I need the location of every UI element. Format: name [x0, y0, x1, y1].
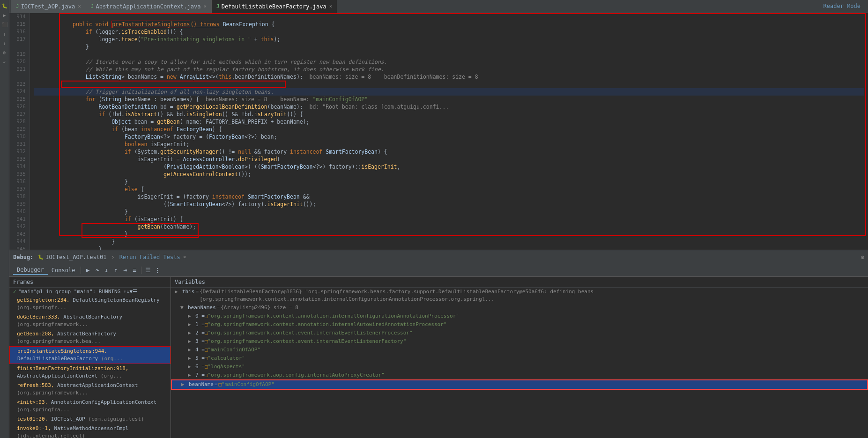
- var-icon-str-2: □: [205, 329, 208, 337]
- separator-1: [81, 267, 81, 274]
- frame-class-7: IOCTest_AOP: [51, 416, 88, 422]
- frame-item-6[interactable]: <init>:93, AnnotationConfigApplicationCo…: [9, 398, 171, 415]
- thread-more[interactable]: ☰: [133, 289, 137, 295]
- tab-defaultlistable[interactable]: J DefaultListableBeanFactory.java ×: [212, 0, 337, 13]
- expand-7[interactable]: ▶: [188, 371, 193, 379]
- close-debug-session[interactable]: ×: [183, 254, 186, 260]
- frame-class-5: AbstractApplicationContext: [57, 382, 138, 388]
- debug-session-name: IOCTest_AOP.test01: [45, 254, 106, 260]
- sidebar-icon-bug[interactable]: 🐛: [1, 2, 8, 9]
- frame-item-2[interactable]: getBean:208, AbstractBeanFactory (org.sp…: [9, 329, 171, 346]
- debug-session-rerun-name: Rerun Failed Tests: [119, 254, 180, 260]
- frame-class-8: NativeMethodAccessorImpl: [54, 425, 128, 431]
- frame-class-0: DefaultSingletonBeanRegistry: [73, 297, 159, 303]
- frame-pkg-6: (org.springfra...: [17, 407, 70, 413]
- sidebar-icon-check[interactable]: ✓: [1, 58, 8, 66]
- debug-session-ioc[interactable]: 🐛 IOCTest_AOP.test01: [38, 254, 106, 260]
- frame-method-0: getSingleton:234,: [17, 297, 73, 303]
- var-idx-3: 3 =: [195, 338, 205, 345]
- thread-move[interactable]: ▼: [129, 289, 133, 295]
- frame-class-4: AbstractApplicationContext: [17, 373, 101, 379]
- sidebar-icon-up[interactable]: ↑: [1, 39, 8, 47]
- code-line-914: public void preInstantiateSingletons() t…: [34, 13, 864, 21]
- var-item-2: ▶ 2 = □ "org.springframework.context.eve…: [171, 329, 868, 337]
- frame-item-7[interactable]: test01:20, IOCTest_AOP (com.atguigu.test…: [9, 415, 171, 424]
- frame-class-3: DefaultListableBeanFactory: [17, 356, 101, 362]
- var-idx-6: 6 =: [195, 363, 205, 371]
- expand-0[interactable]: ▶: [188, 312, 193, 320]
- thread-arrow-down[interactable]: ↓: [126, 289, 130, 295]
- var-item-5: ▶ 5 = □ "calculator": [171, 354, 868, 363]
- sidebar-icon-run[interactable]: ▶: [1, 11, 8, 19]
- sidebar-icon-gear[interactable]: ⚙: [1, 49, 8, 56]
- var-icon-str-6: □: [205, 363, 208, 371]
- tab-debugger[interactable]: Debugger: [13, 266, 48, 275]
- expand-2[interactable]: ▶: [188, 329, 193, 337]
- reader-mode-label: Reader Mode: [823, 3, 861, 9]
- frame-item-0[interactable]: getSingleton:234, DefaultSingletonBeanRe…: [9, 296, 171, 312]
- frame-method-4: finishBeanFactoryInitialization:918,: [17, 365, 128, 371]
- var-idx-2: 2 =: [195, 329, 205, 337]
- var-icon-str-beanname: □: [219, 381, 222, 388]
- var-name-this: this: [182, 288, 195, 296]
- expand-3[interactable]: ▶: [188, 338, 193, 345]
- debug-label: Debug:: [13, 254, 33, 260]
- var-val-1: "org.springframework.context.annotation.…: [208, 321, 447, 328]
- var-idx-4: 4 =: [195, 346, 205, 354]
- frame-item-1[interactable]: doGetBean:333, AbstractBeanFactory (org.…: [9, 312, 171, 329]
- frame-method-8: invoke0:-1,: [17, 425, 54, 431]
- debug-session-rerun[interactable]: Rerun Failed Tests: [119, 254, 180, 260]
- tab-abstract[interactable]: J AbstractApplicationContext.java ×: [86, 0, 212, 13]
- frames-button[interactable]: ☰: [143, 266, 153, 275]
- step-out-button[interactable]: ↑: [111, 266, 120, 275]
- frames-panel: Frames ✓ "main"@1 in group "main": RUNNI…: [9, 277, 171, 438]
- debug-session-sep: ›: [111, 254, 114, 260]
- expand-beannames[interactable]: ▼: [180, 304, 186, 312]
- run-to-cursor-button[interactable]: ⇥: [120, 266, 130, 275]
- frame-item-8[interactable]: invoke0:-1, NativeMethodAccessorImpl (jd…: [9, 424, 171, 438]
- tab-console[interactable]: Console: [48, 266, 79, 275]
- code-content[interactable]: public void preInstantiateSingletons() t…: [30, 13, 868, 250]
- expand-beanname[interactable]: ▶: [181, 381, 187, 388]
- line-numbers: 914 915 916 917 919 920 921 923 924 925 …: [9, 13, 30, 250]
- frame-method-3: preInstantiateSingletons:944,: [17, 348, 107, 354]
- more-button[interactable]: ⋮: [153, 266, 162, 275]
- var-item-3: ▶ 3 = □ "org.springframework.context.eve…: [171, 337, 868, 346]
- step-over-button[interactable]: ↷: [92, 266, 102, 275]
- frame-item-preinstantiate[interactable]: preInstantiateSingletons:944, DefaultLis…: [9, 346, 171, 364]
- sidebar-icon-down[interactable]: ↓: [1, 30, 8, 37]
- tab-ioctest[interactable]: J IOCTest_AOP.java ×: [11, 0, 86, 13]
- vars-scroll[interactable]: ▶ this = {DefaultListableBeanFactory@183…: [171, 288, 868, 438]
- variables-panel: Variables ▶ this = {DefaultListableBeanF…: [171, 277, 868, 438]
- code-line-943: }: [34, 230, 864, 238]
- frame-item-5[interactable]: refresh:583, AbstractApplicationContext …: [9, 381, 171, 398]
- expand-1[interactable]: ▶: [188, 321, 193, 328]
- sidebar-icon-stop[interactable]: ⬛: [1, 21, 8, 28]
- expand-4[interactable]: ▶: [188, 346, 193, 354]
- close-tab-abstract[interactable]: ×: [203, 3, 207, 9]
- close-tab-ioctest[interactable]: ×: [78, 3, 81, 9]
- editor-area: 914 915 916 917 919 920 921 923 924 925 …: [9, 13, 868, 250]
- var-val-7: "org.springframework.aop.config.internal…: [208, 371, 385, 379]
- frame-method-6: <init>:93,: [17, 399, 51, 405]
- expand-5[interactable]: ▶: [188, 355, 193, 362]
- frame-pkg-0: (org.springfr...: [17, 304, 67, 311]
- debug-panel: Frames ✓ "main"@1 in group "main": RUNNI…: [9, 277, 868, 438]
- expand-this[interactable]: ▶: [175, 288, 180, 296]
- expand-6[interactable]: ▶: [188, 363, 193, 371]
- resume-button[interactable]: ▶: [83, 266, 92, 275]
- thread-arrow-up[interactable]: ↑: [123, 289, 126, 295]
- code-line-937: isEagerInit = (factory instanceof SmartF…: [34, 186, 864, 193]
- frames-scroll[interactable]: ✓ "main"@1 in group "main": RUNNING ↑ ↓ …: [9, 288, 171, 438]
- var-name-beanname: beanName: [189, 381, 214, 388]
- step-into-button[interactable]: ↓: [102, 266, 111, 275]
- frame-class-1: AbstractBeanFactory: [63, 314, 122, 320]
- frame-pkg-7: (com.atguigu.test): [88, 416, 144, 422]
- separator-2: [141, 267, 141, 274]
- var-eq-beanname: =: [215, 381, 218, 388]
- debug-settings-icon[interactable]: ⚙: [861, 254, 864, 260]
- evaluate-button[interactable]: ≡: [130, 266, 139, 275]
- close-tab-defaultlistable[interactable]: ×: [329, 3, 333, 9]
- thread-name: "main"@1 in group "main": RUNNING: [18, 289, 121, 295]
- frame-item-4[interactable]: finishBeanFactoryInitialization:918, Abs…: [9, 364, 171, 381]
